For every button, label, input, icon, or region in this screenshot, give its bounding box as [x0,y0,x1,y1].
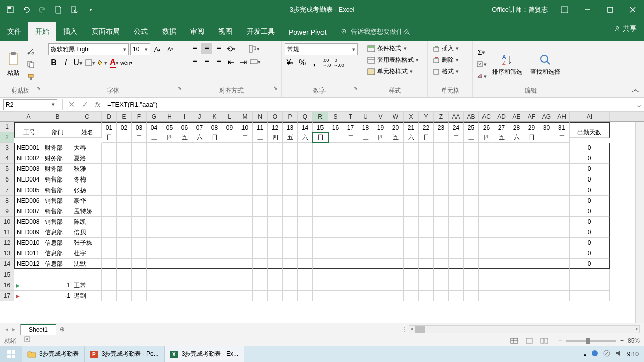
cell[interactable] [253,164,268,174]
cell[interactable]: 04 [147,122,162,132]
vertical-scrollbar[interactable] [635,122,644,323]
cell[interactable] [162,259,177,269]
cell[interactable]: NED008 [14,217,43,227]
cell[interactable] [177,185,192,196]
col-header[interactable]: Y [419,112,434,121]
cell[interactable] [237,185,253,196]
cell[interactable] [388,217,404,227]
cell[interactable] [388,280,404,291]
cell[interactable]: 13 [283,122,298,132]
cell[interactable] [419,248,434,259]
cell[interactable] [147,280,162,291]
cell[interactable] [554,248,570,259]
cell[interactable] [147,185,162,196]
cell[interactable] [222,143,237,153]
cell[interactable] [207,196,222,206]
align-launcher[interactable]: ⬊ [273,85,278,96]
row-header[interactable]: 6 [0,174,14,185]
sheet-nav-prev-icon[interactable]: ◂ [5,326,8,333]
cell[interactable] [253,238,268,248]
cell[interactable] [343,164,358,174]
cell[interactable]: 0 [570,227,610,238]
cell[interactable] [464,185,479,196]
cell[interactable]: 28 [509,122,524,132]
cell[interactable] [373,196,388,206]
cell[interactable]: 25 [464,122,479,132]
cell[interactable]: 0 [570,238,610,248]
page-break-view-icon[interactable] [537,336,551,345]
cell[interactable] [524,153,539,164]
cell[interactable] [434,269,449,280]
cell[interactable]: 一 [434,132,449,143]
cell[interactable] [207,143,222,153]
cell[interactable]: 财务部 [43,164,72,174]
cell[interactable] [102,164,117,174]
tray-chevron-icon[interactable]: ▴ [584,351,586,357]
cell[interactable] [539,174,554,185]
cell[interactable] [283,164,298,174]
font-size-combo[interactable]: 10▾ [130,43,150,55]
cell[interactable] [343,227,358,238]
cell[interactable] [268,174,283,185]
cell[interactable] [222,185,237,196]
cell[interactable] [268,227,283,238]
cell[interactable] [509,143,524,153]
cell[interactable] [358,174,373,185]
cell[interactable] [268,269,283,280]
cell[interactable] [117,248,132,259]
cell[interactable] [404,143,419,153]
cell[interactable] [132,143,147,153]
cell[interactable] [509,153,524,164]
cell[interactable]: 部门 [43,127,72,138]
border-button[interactable]: ▾ [85,57,96,68]
cell[interactable] [524,164,539,174]
cell[interactable]: 31 [554,122,570,132]
cell[interactable] [192,238,207,248]
cell[interactable] [14,269,43,280]
cell[interactable] [283,217,298,227]
paste-button[interactable]: 粘贴 [3,50,23,79]
tab-file[interactable]: 文件 [0,22,28,41]
cell[interactable]: 17 [343,122,358,132]
cell[interactable] [268,217,283,227]
cell[interactable] [117,227,132,238]
cell[interactable]: NED003 [14,164,43,174]
decrease-indent-icon[interactable]: ⇤ [225,56,236,67]
cell[interactable] [313,153,328,164]
cell[interactable] [479,206,494,217]
cell[interactable] [343,238,358,248]
cell[interactable]: 日 [313,132,328,143]
cell[interactable] [554,280,570,291]
cell[interactable] [570,269,610,280]
cell[interactable] [554,217,570,227]
cell[interactable] [222,248,237,259]
cell[interactable] [419,206,434,217]
cell[interactable] [117,217,132,227]
cell[interactable] [132,259,147,269]
cell[interactable] [404,206,419,217]
cell[interactable] [464,227,479,238]
cell[interactable] [132,174,147,185]
cell[interactable] [388,238,404,248]
preview-icon[interactable] [69,5,79,15]
cell[interactable]: 0 [570,248,610,259]
col-header[interactable]: AC [479,112,494,121]
cell[interactable] [464,238,479,248]
macro-record-icon[interactable] [24,337,31,344]
cell[interactable] [237,143,253,153]
cell[interactable]: 孟特娇 [72,206,102,217]
cell[interactable] [162,280,177,291]
new-doc-icon[interactable] [53,5,63,15]
cell[interactable] [328,280,343,291]
comma-icon[interactable]: , [309,57,320,68]
cell[interactable] [479,143,494,153]
col-header[interactable]: F [132,112,147,121]
cell[interactable]: 19 [373,122,388,132]
col-header[interactable]: AH [554,112,570,121]
name-box[interactable]: R2▾ [3,99,57,110]
cell[interactable] [449,291,464,301]
row-header[interactable]: 4 [0,153,14,164]
cell[interactable]: 陈凯 [72,217,102,227]
cell[interactable]: 姓名 [72,127,102,138]
cell[interactable] [509,238,524,248]
